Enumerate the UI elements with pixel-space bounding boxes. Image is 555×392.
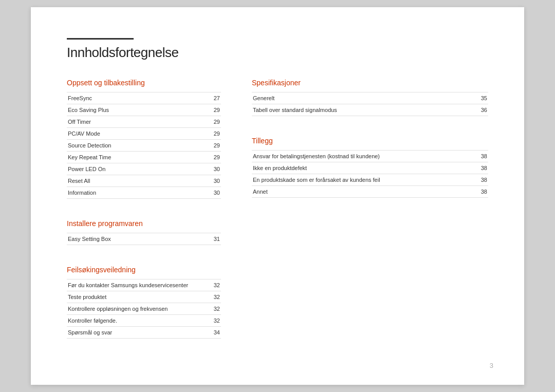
table-row: Easy Setting Box31	[67, 233, 221, 245]
table-row: En produktskade som er forårsaket av kun…	[252, 174, 488, 186]
table-row: Ikke en produktdefekt38	[252, 162, 488, 174]
page-number: 3	[490, 362, 493, 369]
toc-label: FreeSync	[67, 92, 206, 104]
table-row: Power LED On30	[67, 163, 221, 175]
table-row: Generelt35	[252, 92, 488, 104]
table-row: Før du kontakter Samsungs kundeservicese…	[67, 279, 221, 291]
toc-page: 38	[473, 151, 488, 162]
table-row: Spørsmål og svar34	[67, 327, 221, 339]
toc-label: Easy Setting Box	[67, 233, 206, 245]
toc-page: 38	[473, 186, 488, 198]
section-oppsett: Oppsett og tilbakestilling FreeSync27Eco…	[67, 79, 221, 199]
toc-label: Information	[67, 187, 206, 199]
section-tillegg: Tillegg Ansvar for betalingstjenesten (k…	[252, 137, 488, 198]
oppsett-table: FreeSync27Eco Saving Plus29Off Timer29PC…	[67, 92, 221, 199]
section-oppsett-title: Oppsett og tilbakestilling	[67, 79, 221, 87]
toc-label: En produktskade som er forårsaket av kun…	[252, 174, 473, 186]
toc-label: Spørsmål og svar	[67, 327, 206, 339]
toc-page: 29	[206, 128, 221, 140]
toc-page: 32	[206, 303, 221, 315]
table-row: Ansvar for betalingstjenesten (kostnad t…	[252, 151, 488, 162]
title-bar	[67, 38, 134, 40]
toc-page: 30	[206, 175, 221, 187]
feilsoking-table: Før du kontakter Samsungs kundeservicese…	[67, 279, 221, 339]
spesifikasjoner-table: Generelt35Tabell over standard signalmod…	[252, 92, 488, 116]
toc-label: Key Repeat Time	[67, 152, 206, 163]
toc-label: Kontroller følgende.	[67, 315, 206, 327]
toc-label: Før du kontakter Samsungs kundeservicese…	[67, 279, 206, 291]
section-spesifikasjoner: Spesifikasjoner Generelt35Tabell over st…	[252, 79, 488, 116]
table-row: Key Repeat Time29	[67, 152, 221, 163]
toc-label: Generelt	[252, 92, 473, 104]
toc-label: Source Detection	[67, 140, 206, 152]
toc-label: Reset All	[67, 175, 206, 187]
toc-page: 30	[206, 163, 221, 175]
section-tillegg-title: Tillegg	[252, 137, 488, 145]
toc-page: 32	[206, 315, 221, 327]
table-row: FreeSync27	[67, 92, 221, 104]
table-row: Source Detection29	[67, 140, 221, 152]
table-row: Teste produktet32	[67, 291, 221, 303]
installere-table: Easy Setting Box31	[67, 233, 221, 245]
toc-page: 30	[206, 187, 221, 199]
section-feilsoking-title: Feilsøkingsveiledning	[67, 266, 221, 274]
table-row: Tabell over standard signalmodus36	[252, 104, 488, 116]
table-row: Eco Saving Plus29	[67, 104, 221, 116]
tillegg-table: Ansvar for betalingstjenesten (kostnad t…	[252, 150, 488, 198]
page-title: Innholdsfortegnelse	[67, 45, 488, 61]
right-column: Spesifikasjoner Generelt35Tabell over st…	[252, 79, 488, 359]
toc-label: Eco Saving Plus	[67, 104, 206, 116]
toc-page: 29	[206, 104, 221, 116]
left-column: Oppsett og tilbakestilling FreeSync27Eco…	[67, 79, 221, 359]
toc-page: 38	[473, 162, 488, 174]
toc-page: 32	[206, 279, 221, 291]
toc-label: Kontrollere oppløsningen og frekvensen	[67, 303, 206, 315]
toc-label: Power LED On	[67, 163, 206, 175]
toc-label: PC/AV Mode	[67, 128, 206, 140]
toc-page: 29	[206, 116, 221, 128]
toc-page: 34	[206, 327, 221, 339]
table-row: Information30	[67, 187, 221, 199]
toc-label: Ansvar for betalingstjenesten (kostnad t…	[252, 151, 473, 162]
page: Innholdsfortegnelse Oppsett og tilbakest…	[31, 7, 524, 385]
toc-label: Teste produktet	[67, 291, 206, 303]
toc-label: Off Timer	[67, 116, 206, 128]
toc-label: Tabell over standard signalmodus	[252, 104, 473, 116]
table-row: Annet38	[252, 186, 488, 198]
toc-page: 38	[473, 174, 488, 186]
section-feilsoking: Feilsøkingsveiledning Før du kontakter S…	[67, 266, 221, 339]
section-spesifikasjoner-title: Spesifikasjoner	[252, 79, 488, 87]
table-row: PC/AV Mode29	[67, 128, 221, 140]
table-row: Kontrollere oppløsningen og frekvensen32	[67, 303, 221, 315]
toc-page: 36	[473, 104, 488, 116]
toc-page: 35	[473, 92, 488, 104]
toc-label: Annet	[252, 186, 473, 198]
section-installere: Installere programvaren Easy Setting Box…	[67, 219, 221, 245]
table-row: Reset All30	[67, 175, 221, 187]
toc-page: 31	[206, 233, 221, 245]
toc-page: 29	[206, 140, 221, 152]
toc-page: 29	[206, 152, 221, 163]
table-row: Off Timer29	[67, 116, 221, 128]
table-row: Kontroller følgende.32	[67, 315, 221, 327]
toc-label: Ikke en produktdefekt	[252, 162, 473, 174]
toc-page: 32	[206, 291, 221, 303]
section-installere-title: Installere programvaren	[67, 219, 221, 228]
content-wrapper: Oppsett og tilbakestilling FreeSync27Eco…	[67, 79, 488, 359]
toc-page: 27	[206, 92, 221, 104]
